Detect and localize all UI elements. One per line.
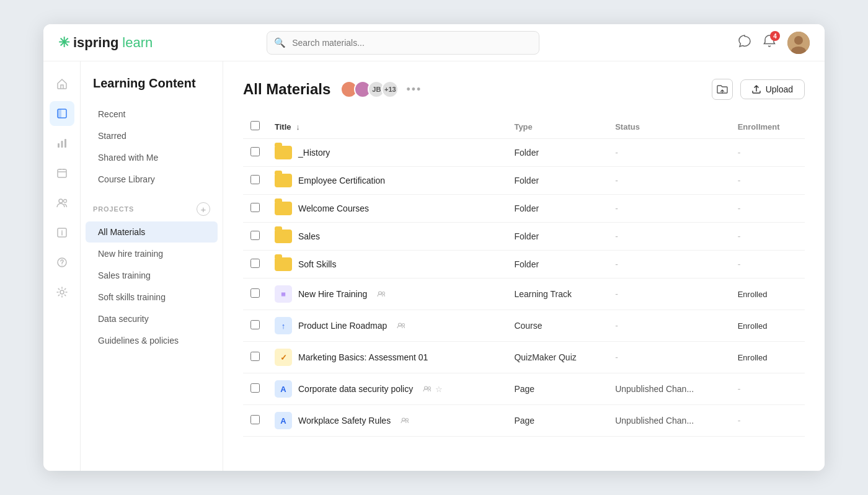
title-cell: Employee Certification [275,174,499,187]
sidebar-project-data-security[interactable]: Data security [86,308,218,329]
enrollment-cell: Enrolled [730,310,805,342]
type-icon: A [275,380,292,398]
row-checkbox[interactable] [250,147,260,156]
svg-point-1 [794,36,803,45]
row-checkbox[interactable] [250,415,260,424]
svg-rect-4 [58,109,61,118]
table-row: Soft SkillsFolder-- [243,251,805,279]
upload-button[interactable]: Upload [740,79,805,99]
row-checkbox[interactable] [250,383,260,393]
topbar: ✳ ispring learn 🔍 4 [43,24,825,61]
sort-arrow: ↓ [296,122,300,132]
content-title: All Materials [243,81,330,98]
status-cell: - [608,342,730,373]
sidebar-project-new-hire[interactable]: New hire training [86,243,218,264]
row-checkbox[interactable] [250,288,260,298]
enrollment-cell: - [730,373,805,405]
title-cell: ≡New Hire Training [275,285,499,303]
sidebar-project-all-materials[interactable]: All Materials [86,221,218,243]
nav-content[interactable] [50,101,74,126]
sidebar-project-guidelines[interactable]: Guidelines & policies [86,330,218,351]
sidebar-item-recent[interactable]: Recent [86,104,218,125]
search-input[interactable] [267,31,539,55]
logo-text: ispring [73,35,118,51]
enrollment-cell: - [730,251,805,279]
title-cell: Sales [275,230,499,243]
enrollment-dash: - [738,203,741,213]
status-dash: - [615,352,618,362]
row-checkbox[interactable] [250,259,260,268]
status-cell: Unpublished Chan... [608,373,730,405]
table-row: AWorkplace Safety RulesPageUnpublished C… [243,405,805,437]
svg-point-20 [428,386,431,389]
enrollment-dash: - [738,231,741,241]
content-header: All Materials JB +13 ••• Upload [243,79,805,100]
folder-icon [275,257,292,271]
notification-icon[interactable]: 4 [763,34,776,51]
nav-help[interactable] [50,250,74,275]
type-cell: Learning Track [507,279,608,310]
item-name: Welcome Courses [298,203,369,213]
type-cell: Page [507,405,608,437]
table-row: ACorporate data security policy☆PageUnpu… [243,373,805,405]
search-bar: 🔍 [267,31,539,55]
status-dash: - [615,321,618,331]
title-cell: _History [275,146,499,159]
enrollment-badge: Enrolled [738,290,768,299]
add-project-button[interactable]: + [197,202,210,216]
status-text: Unpublished Chan... [615,384,694,394]
th-title[interactable]: Title ↓ [267,115,507,139]
enrollment-dash: - [738,176,741,185]
topbar-right: 4 [738,32,810,54]
sidebar-item-starred[interactable]: Starred [86,125,218,146]
sidebar-item-shared[interactable]: Shared with Me [86,147,218,168]
table-row: ↑Product Line RoadmapCourse-Enrolled [243,310,805,342]
folder-icon [275,202,292,215]
nav-info[interactable] [50,220,74,245]
row-checkbox[interactable] [250,175,260,184]
app-window: ✳ ispring learn 🔍 4 [43,24,825,471]
logo-learn: learn [122,35,153,51]
svg-rect-6 [61,141,63,148]
new-folder-button[interactable] [712,79,733,100]
select-all-checkbox[interactable] [250,121,260,130]
search-icon: 🔍 [274,37,286,48]
sidebar-project-sales[interactable]: Sales training [86,265,218,286]
row-checkbox[interactable] [250,231,260,240]
svg-point-13 [61,265,62,265]
row-checkbox[interactable] [250,352,260,361]
sidebar-project-soft-skills[interactable]: Soft skills training [86,287,218,308]
th-enrollment: Enrollment [730,115,805,139]
enrollment-dash: - [738,148,741,158]
status-cell: - [608,167,730,195]
nav-analytics[interactable] [50,131,74,156]
sidebar-item-library[interactable]: Course Library [86,169,218,190]
main-layout: Learning Content Recent Starred Shared w… [43,61,825,471]
table-row: Employee CertificationFolder-- [243,167,805,195]
user-avatar[interactable] [787,32,810,54]
chat-icon[interactable] [738,34,751,51]
nav-users[interactable] [50,190,74,215]
item-name: Workplace Safety Rules [298,416,391,426]
item-name: New Hire Training [298,289,367,299]
status-dash: - [615,231,618,241]
nav-calendar[interactable] [50,161,74,185]
status-cell: - [608,139,730,167]
row-checkbox[interactable] [250,320,260,329]
table-row: ✓Marketing Basics: Assessment 01QuizMake… [243,342,805,373]
status-dash: - [615,148,618,158]
row-checkbox[interactable] [250,203,260,212]
nav-home[interactable] [50,71,74,96]
enrollment-dash: - [738,259,741,269]
logo-icon: ✳ [58,35,69,51]
enrollment-dash: - [738,416,741,426]
item-name: Soft Skills [298,259,336,269]
users-badge-icon [401,416,409,426]
title-cell: Welcome Courses [275,202,499,215]
more-options-icon[interactable]: ••• [406,83,422,96]
type-icon: ≡ [275,285,292,303]
status-cell: - [608,279,730,310]
svg-point-9 [59,199,63,203]
status-cell: - [608,195,730,223]
nav-settings[interactable] [50,280,74,305]
